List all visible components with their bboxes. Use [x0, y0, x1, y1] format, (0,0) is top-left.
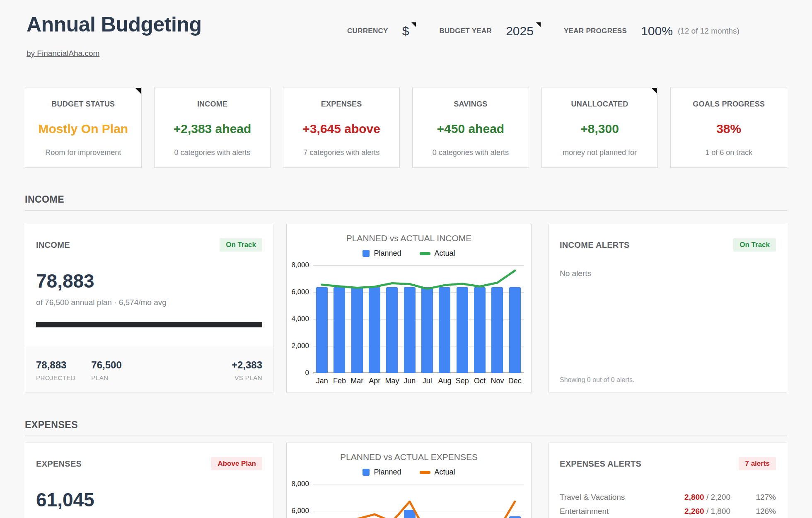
income-row: INCOME On Track 78,883 of 76,500 annual …	[25, 224, 787, 392]
card-value: Mostly On Plan	[38, 122, 128, 136]
alert-row: Travel & Vacations 2,800 / 2,200 127%	[560, 490, 776, 504]
card-subtitle: 0 categories with alerts	[433, 148, 509, 157]
expenses-section-header: EXPENSES	[25, 419, 787, 436]
annual-budgeting-dashboard: Annual Budgeting by FinancialAha.com CUR…	[0, 0, 812, 518]
planned-swatch-icon	[362, 250, 370, 257]
chart-legend: Planned Actual	[287, 468, 531, 477]
note-marker-icon	[135, 88, 141, 94]
planned-swatch-icon	[362, 469, 370, 476]
card-value: +450 ahead	[437, 122, 505, 136]
projected-value: 78,883	[36, 359, 75, 371]
alert-category: Travel & Vacations	[560, 493, 684, 502]
alert-category: Entertainment	[560, 507, 684, 516]
summary-card-savings: SAVINGS +450 ahead 0 categories with ale…	[412, 87, 529, 168]
summary-cards-row: BUDGET STATUS Mostly On Plan Room for im…	[25, 87, 787, 168]
alert-actual: 2,800	[684, 493, 704, 501]
income-alerts-panel: INCOME ALERTS On Track No alerts Showing…	[549, 224, 787, 392]
income-alerts-title: INCOME ALERTS	[560, 240, 630, 250]
income-summary-panel: INCOME On Track 78,883 of 76,500 annual …	[25, 224, 273, 392]
alerts-count-badge: 7 alerts	[739, 457, 776, 470]
plan-label: PLAN	[91, 374, 121, 381]
income-progress-bar	[36, 322, 262, 327]
budget-year-control[interactable]: BUDGET YEAR 2025	[439, 24, 538, 38]
vs-plan-label: VS PLAN	[232, 374, 262, 381]
y-axis: 02,0004,0006,0008,000	[289, 484, 309, 518]
card-subtitle: 1 of 6 on track	[705, 148, 752, 157]
card-value: 38%	[716, 122, 741, 136]
status-badge: On Track	[220, 238, 262, 252]
card-value: +2,383 ahead	[174, 122, 251, 136]
currency-label: CURRENCY	[347, 27, 388, 35]
plan-value: 76,500	[91, 359, 121, 371]
alert-plan: 2,200	[710, 493, 730, 501]
income-chart-panel: PLANNED vs ACTUAL INCOME Planned Actual …	[286, 224, 532, 392]
expense-alert-list: Travel & Vacations 2,800 / 2,200 127% En…	[560, 490, 776, 518]
note-marker-icon	[651, 88, 657, 94]
expenses-row: EXPENSES Above Plan 61,045 of 57,400 ann…	[25, 443, 787, 518]
legend-label: Actual	[435, 468, 455, 477]
legend-actual: Actual	[420, 249, 455, 258]
legend-planned: Planned	[362, 249, 401, 258]
card-title: GOALS PROGRESS	[693, 100, 765, 109]
header-controls: CURRENCY $ BUDGET YEAR 2025 YEAR PROGRES…	[347, 24, 740, 38]
expenses-chart-panel: PLANNED vs ACTUAL EXPENSES Planned Actua…	[286, 443, 532, 518]
dropdown-marker-icon[interactable]	[536, 22, 541, 27]
card-title: SAVINGS	[454, 100, 487, 109]
summary-card-expenses: EXPENSES +3,645 above 7 categories with …	[283, 87, 400, 168]
vs-plan-value: +2,383	[232, 359, 262, 371]
income-panel-footer: 78,883 PROJECTED 76,500 PLAN +2,383 VS P…	[25, 348, 273, 392]
alert-percent: 126%	[730, 507, 776, 516]
alert-percent: 127%	[730, 493, 776, 502]
card-value: +8,300	[580, 122, 619, 136]
income-panel-title: INCOME	[36, 240, 70, 250]
byline-link[interactable]: by FinancialAha.com	[27, 49, 99, 58]
dropdown-marker-icon[interactable]	[411, 22, 416, 27]
legend-planned: Planned	[362, 468, 401, 477]
card-title: INCOME	[197, 100, 227, 109]
no-alerts-text: No alerts	[560, 269, 787, 278]
card-subtitle: 7 categories with alerts	[303, 148, 379, 157]
income-section-header: INCOME	[25, 194, 787, 211]
x-axis: JanFebMarAprMayJunJulAugSepOctNovDec	[313, 377, 524, 385]
summary-card-budget-status: BUDGET STATUS Mostly On Plan Room for im…	[25, 87, 142, 168]
currency-control[interactable]: CURRENCY $	[347, 24, 413, 38]
income-total: 78,883	[36, 270, 273, 292]
summary-card-unallocated: UNALLOCATED +8,300 money not planned for	[541, 87, 658, 168]
legend-label: Planned	[374, 249, 401, 258]
legend-label: Actual	[435, 249, 455, 258]
status-badge: On Track	[733, 238, 776, 252]
actual-swatch-icon	[420, 252, 430, 255]
expenses-summary-panel: EXPENSES Above Plan 61,045 of 57,400 ann…	[25, 443, 273, 518]
income-plan-note: of 76,500 annual plan · 6,574/mo avg	[36, 298, 273, 307]
card-title: UNALLOCATED	[571, 100, 628, 109]
chart-legend: Planned Actual	[287, 249, 531, 258]
budget-year-value[interactable]: 2025	[506, 24, 534, 38]
expenses-alerts-title: EXPENSES ALERTS	[560, 459, 641, 469]
card-subtitle: 0 categories with alerts	[174, 148, 250, 157]
year-progress: YEAR PROGRESS 100% (12 of 12 months)	[564, 24, 740, 38]
summary-card-income: INCOME +2,383 ahead 0 categories with al…	[154, 87, 271, 168]
year-progress-value: 100%	[641, 24, 673, 38]
alert-plan: 1,800	[710, 507, 730, 516]
alert-row: Entertainment 2,260 / 1,800 126%	[560, 504, 776, 518]
currency-value[interactable]: $	[402, 24, 409, 38]
card-subtitle: Room for improvement	[45, 148, 121, 157]
alert-actual: 2,260	[684, 507, 704, 516]
year-progress-note: (12 of 12 months)	[678, 27, 740, 36]
page-title: Annual Budgeting	[27, 12, 202, 36]
expenses-chart: 02,0004,0006,0008,000 JanFebMarAprMayJun…	[313, 484, 524, 518]
y-axis: 02,0004,0006,0008,000	[289, 265, 309, 373]
chart-title: PLANNED vs ACTUAL EXPENSES	[287, 452, 531, 462]
expenses-panel-title: EXPENSES	[36, 459, 82, 469]
year-progress-label: YEAR PROGRESS	[564, 27, 627, 35]
expenses-alerts-panel: EXPENSES ALERTS 7 alerts Travel & Vacati…	[549, 443, 787, 518]
card-subtitle: money not planned for	[563, 148, 637, 157]
budget-year-label: BUDGET YEAR	[439, 27, 492, 35]
alerts-footer: Showing 0 out of 0 alerts.	[560, 376, 635, 384]
expenses-total: 61,045	[36, 489, 273, 511]
projected-label: PROJECTED	[36, 374, 75, 381]
actual-swatch-icon	[420, 471, 430, 474]
status-badge: Above Plan	[211, 457, 262, 470]
income-chart: 02,0004,0006,0008,000 JanFebMarAprMayJun…	[313, 265, 524, 385]
card-title: BUDGET STATUS	[51, 100, 115, 109]
